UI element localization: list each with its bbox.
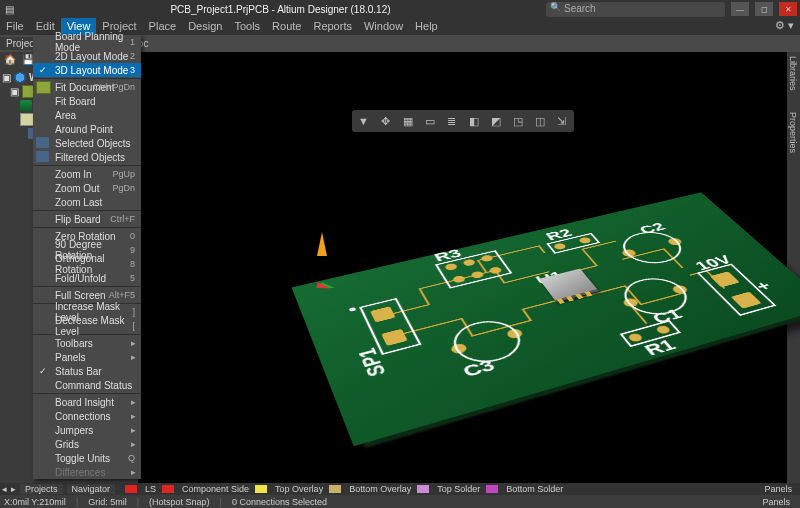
menu-item-toggle-units[interactable]: Toggle UnitsQ — [33, 451, 141, 465]
menu-item-zoom-in[interactable]: Zoom InPgUp — [33, 167, 141, 181]
properties-tab[interactable]: Properties — [788, 112, 798, 153]
menu-place[interactable]: Place — [143, 18, 183, 35]
wire-icon[interactable]: ◫ — [532, 113, 548, 129]
menu-reports[interactable]: Reports — [307, 18, 358, 35]
menu-item-3d-layout-mode[interactable]: ✓3D Layout Mode3 — [33, 63, 141, 77]
menu-item-connections[interactable]: Connections — [33, 409, 141, 423]
menu-item-panels[interactable]: Panels — [33, 350, 141, 364]
menu-item-filtered-objects[interactable]: Filtered Objects — [33, 150, 141, 164]
move-icon[interactable]: ✥ — [378, 113, 394, 129]
menu-item-status-bar[interactable]: ✓Status Bar — [33, 364, 141, 378]
menu-item-decrease-mask-level[interactable]: Decrease Mask Level[ — [33, 319, 141, 333]
menu-item-label: Selected Objects — [55, 138, 131, 149]
layers-icon[interactable]: ≣ — [444, 113, 460, 129]
strip-navigator-tab[interactable]: Navigator — [67, 484, 116, 494]
check-icon: ✓ — [39, 366, 47, 376]
menu-window[interactable]: Window — [358, 18, 409, 35]
zoom-icon[interactable]: ◩ — [488, 113, 504, 129]
menu-help[interactable]: Help — [409, 18, 444, 35]
window-maximize-button[interactable]: ◻ — [755, 2, 773, 16]
menu-route[interactable]: Route — [266, 18, 307, 35]
svg-rect-19 — [731, 292, 762, 309]
menu-shortcut: PgDn — [112, 183, 135, 193]
menu-item-orthogonal-rotation[interactable]: Orthogonal Rotation8 — [33, 257, 141, 271]
menu-shortcut: Ctrl+F — [110, 214, 135, 224]
document-icon — [36, 81, 51, 94]
window-close-button[interactable]: ✕ — [779, 2, 797, 16]
menu-item-command-status[interactable]: Command Status — [33, 378, 141, 392]
filter-icon[interactable]: ▼ — [356, 113, 372, 129]
menu-shortcut: 5 — [130, 273, 135, 283]
menu-item-jumpers[interactable]: Jumpers — [33, 423, 141, 437]
svg-point-0 — [452, 275, 467, 284]
filtered-objects-icon — [36, 151, 49, 162]
layer-ls[interactable]: LS — [141, 484, 160, 494]
menu-shortcut: 3 — [130, 65, 135, 75]
panel-home-icon[interactable]: 🏠 — [4, 54, 18, 67]
menu-item-around-point[interactable]: Around Point — [33, 122, 141, 136]
menu-item-board-planning-mode[interactable]: Board Planning Mode1 — [33, 35, 141, 49]
menu-item-selected-objects[interactable]: Selected Objects — [33, 136, 141, 150]
menu-item-label: Fold/Unfold — [55, 273, 106, 284]
rotate-icon[interactable]: ◧ — [466, 113, 482, 129]
strip-next-icon[interactable]: ▸ — [11, 484, 16, 494]
menu-item-label: Full Screen — [55, 290, 106, 301]
selected-objects-icon — [36, 137, 49, 148]
global-search-input[interactable]: Search — [546, 2, 725, 17]
grid-icon[interactable]: ▦ — [400, 113, 416, 129]
strip-projects-tab[interactable]: Projects — [20, 484, 63, 494]
menu-item-label: Jumpers — [55, 425, 93, 436]
menu-item-label: Around Point — [55, 124, 113, 135]
menu-item-board-insight[interactable]: Board Insight — [33, 395, 141, 409]
libraries-tab[interactable]: Libraries — [788, 56, 798, 91]
menu-tools[interactable]: Tools — [228, 18, 266, 35]
menu-item-label: Board Insight — [55, 397, 114, 408]
menu-item-fit-board[interactable]: Fit Board — [33, 94, 141, 108]
menu-shortcut: 2 — [130, 51, 135, 61]
menu-item-label: Differences — [55, 467, 105, 478]
menu-design[interactable]: Design — [182, 18, 228, 35]
menu-item-label: 3D Layout Mode — [55, 65, 128, 76]
menu-item-fold-unfold[interactable]: Fold/Unfold5 — [33, 271, 141, 285]
svg-point-1 — [470, 270, 485, 279]
cube-icon[interactable]: ◳ — [510, 113, 526, 129]
menu-item-area[interactable]: Area — [33, 108, 141, 122]
menu-item-label: Zoom In — [55, 169, 92, 180]
menu-shortcut: 8 — [130, 259, 135, 269]
svg-point-15 — [655, 325, 672, 335]
silk-c1: C1 — [648, 306, 686, 327]
measure-icon[interactable]: ⇲ — [554, 113, 570, 129]
layer-swatch[interactable] — [162, 485, 174, 493]
menu-item-zoom-out[interactable]: Zoom OutPgDn — [33, 181, 141, 195]
menu-item-2d-layout-mode[interactable]: 2D Layout Mode2 — [33, 49, 141, 63]
menu-item-flip-board[interactable]: Flip BoardCtrl+F — [33, 212, 141, 226]
menu-item-full-screen[interactable]: Full ScreenAlt+F5 — [33, 288, 141, 302]
menu-file[interactable]: File — [0, 18, 30, 35]
menu-item-label: Zoom Last — [55, 197, 102, 208]
pcb-3d-viewport[interactable]: ▼ ✥ ▦ ▭ ≣ ◧ ◩ ◳ ◫ ⇲ — [138, 52, 787, 483]
pcb-3d-model: R3 R2 C2 SP1 U1 C3 C1 10V R1 + — [318, 172, 798, 502]
menu-item-label: 2D Layout Mode — [55, 51, 128, 62]
strip-prev-icon[interactable]: ◂ — [2, 484, 7, 494]
pcb-artwork: R3 R2 C2 SP1 U1 C3 C1 10V R1 + — [292, 192, 800, 446]
window-minimize-button[interactable]: — — [731, 2, 749, 16]
layer-swatch[interactable] — [255, 485, 267, 493]
pcb-doc-icon — [20, 100, 32, 111]
layer-swatch[interactable] — [125, 485, 137, 493]
menu-item-label: Area — [55, 110, 76, 121]
menu-item-differences: Differences — [33, 465, 141, 479]
board-icon[interactable]: ▭ — [422, 113, 438, 129]
status-coord: X:0mil Y:210mil — [4, 497, 66, 507]
app-menu-icon[interactable]: ▤ — [3, 3, 15, 15]
menu-item-label: Command Status — [55, 380, 132, 391]
menu-item-label: Toolbars — [55, 338, 93, 349]
settings-gear-icon[interactable]: ⚙ ▾ — [769, 18, 800, 35]
menu-item-toolbars[interactable]: Toolbars — [33, 336, 141, 350]
menu-item-zoom-last[interactable]: Zoom Last — [33, 195, 141, 209]
menu-item-fit-document[interactable]: Fit DocumentCtrl+PgDn — [33, 80, 141, 94]
menu-item-grids[interactable]: Grids — [33, 437, 141, 451]
svg-point-13 — [578, 236, 593, 244]
svg-point-11 — [666, 237, 684, 246]
layer-component-side[interactable]: Component Side — [178, 484, 253, 494]
menu-shortcut: 1 — [130, 37, 135, 47]
